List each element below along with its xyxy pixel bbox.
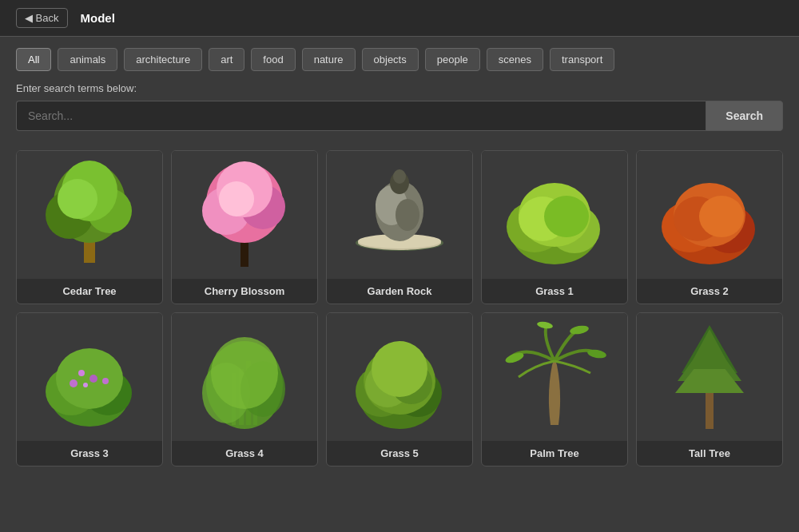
grid-item-grass-4[interactable]: Grass 4 [171, 312, 318, 466]
grid-item-cedar-tree[interactable]: Cedar Tree [16, 150, 163, 304]
search-label: Enter search terms below: [16, 82, 783, 94]
svg-point-43 [83, 383, 88, 387]
filter-btn-scenes[interactable]: scenes [487, 48, 543, 71]
search-area: Enter search terms below: Search [0, 82, 799, 142]
grid-item-label-palm-tree: Palm Tree [527, 441, 582, 466]
svg-point-13 [219, 181, 254, 216]
grid-item-label-grass-1: Grass 1 [532, 279, 577, 304]
grid-item-cherry-blossom[interactable]: Cherry Blossom [171, 150, 318, 304]
filter-btn-people[interactable]: people [425, 48, 480, 71]
svg-point-51 [211, 337, 278, 409]
grid-item-image-cedar-tree [17, 151, 162, 279]
grid-item-image-grass-1 [482, 151, 627, 279]
grid-item-image-grass-4 [172, 313, 317, 441]
grid-item-label-garden-rock: Garden Rock [364, 279, 435, 304]
grid-item-garden-rock[interactable]: Garden Rock [326, 150, 473, 304]
grid-item-grass-3[interactable]: Grass 3 [16, 312, 163, 466]
grid-item-image-grass-3 [17, 313, 162, 441]
grid-item-image-grass-2 [637, 151, 782, 279]
svg-point-42 [102, 378, 109, 384]
grid-item-label-grass-4: Grass 4 [222, 441, 267, 466]
grid-item-label-grass-3: Grass 3 [67, 441, 112, 466]
filter-btn-all[interactable]: All [16, 48, 51, 71]
svg-point-41 [89, 375, 97, 383]
svg-point-20 [396, 199, 419, 231]
search-row: Search [16, 101, 783, 131]
svg-point-5 [58, 179, 97, 219]
grid-item-label-grass-5: Grass 5 [377, 441, 422, 466]
filter-btn-transport[interactable]: transport [550, 48, 614, 71]
search-input[interactable] [16, 101, 706, 131]
grid-item-image-cherry-blossom [172, 151, 317, 279]
grid-item-image-garden-rock [327, 151, 472, 279]
svg-point-58 [372, 341, 427, 397]
grid-item-tall-tree[interactable]: Tall Tree [636, 312, 783, 466]
header: ◀ Back Model [0, 0, 799, 37]
model-grid: Cedar Tree Cherry Blossom [0, 142, 799, 482]
svg-point-22 [393, 169, 406, 184]
svg-rect-6 [240, 239, 248, 267]
grid-item-label-grass-2: Grass 2 [687, 279, 732, 304]
grid-item-grass-5[interactable]: Grass 5 [326, 312, 473, 466]
svg-rect-63 [706, 393, 714, 429]
filter-btn-nature[interactable]: nature [302, 48, 356, 71]
filter-btn-architecture[interactable]: architecture [124, 48, 202, 71]
grid-item-grass-1[interactable]: Grass 1 [481, 150, 628, 304]
grid-item-label-tall-tree: Tall Tree [686, 441, 733, 466]
filter-btn-art[interactable]: art [209, 48, 244, 71]
svg-point-39 [70, 379, 78, 387]
svg-point-34 [699, 196, 744, 237]
grid-item-grass-2[interactable]: Grass 2 [636, 150, 783, 304]
grid-item-image-grass-5 [327, 313, 472, 441]
search-button[interactable]: Search [706, 101, 783, 131]
page-title: Model [81, 11, 115, 25]
svg-point-28 [544, 196, 589, 237]
filter-btn-objects[interactable]: objects [362, 48, 419, 71]
grid-item-image-palm-tree [482, 313, 627, 441]
grid-item-label-cherry-blossom: Cherry Blossom [201, 279, 288, 304]
filter-bar: Allanimalsarchitectureartfoodnatureobjec… [0, 37, 799, 82]
svg-point-40 [78, 370, 85, 376]
filter-btn-food[interactable]: food [251, 48, 295, 71]
grid-item-label-cedar-tree: Cedar Tree [59, 279, 119, 304]
back-button[interactable]: ◀ Back [16, 8, 68, 28]
grid-item-image-tall-tree [637, 313, 782, 441]
svg-marker-67 [688, 329, 731, 369]
filter-btn-animals[interactable]: animals [58, 48, 117, 71]
grid-item-palm-tree[interactable]: Palm Tree [481, 312, 628, 466]
